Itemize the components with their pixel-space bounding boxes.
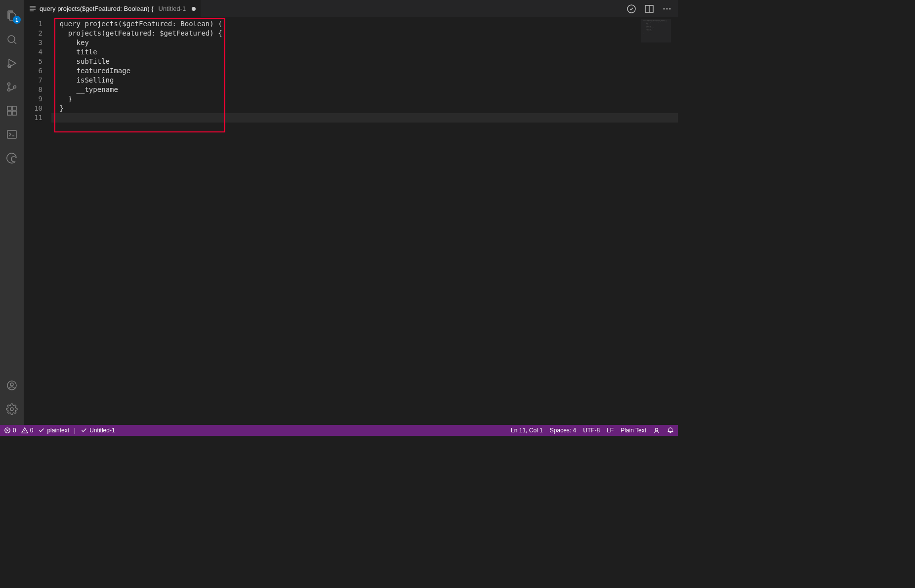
status-right: Ln 11, Col 1 Spaces: 4 UTF-8 LF Plain Te… — [511, 427, 674, 434]
line-number: 9 — [24, 94, 51, 104]
extensions-icon[interactable] — [0, 99, 24, 123]
more-actions-icon[interactable] — [662, 4, 672, 14]
code-line[interactable]: } — [51, 104, 678, 113]
main-area: 1 — [0, 0, 678, 425]
status-feedback-icon[interactable] — [653, 427, 660, 434]
code-line[interactable]: query projects($getFeatured: Boolean) { — [51, 19, 678, 29]
terminal-panel-icon[interactable] — [0, 123, 24, 146]
svg-point-2 — [8, 83, 10, 85]
activity-bar-top: 1 — [0, 4, 24, 170]
run-debug-icon[interactable] — [0, 51, 24, 75]
status-language-mode[interactable]: Plain Text — [621, 427, 646, 434]
editor-body[interactable]: 1234567891011 query projects($getFeature… — [24, 17, 678, 425]
status-check-plaintext-label: plaintext — [47, 427, 69, 434]
run-check-icon[interactable] — [626, 4, 636, 14]
status-check-filename[interactable]: Untitled-1 — [81, 427, 115, 434]
line-number: 7 — [24, 76, 51, 85]
code-line[interactable]: subTitle — [51, 57, 678, 66]
svg-rect-9 — [7, 130, 16, 138]
code-line[interactable]: featuredImage — [51, 66, 678, 76]
line-number: 8 — [24, 85, 51, 94]
code-line[interactable]: projects(getFeatured: $getFeatured) { — [51, 29, 678, 38]
line-number: 10 — [24, 104, 51, 113]
svg-point-19 — [655, 428, 658, 431]
current-line-highlight — [51, 113, 678, 123]
status-cursor-position[interactable]: Ln 11, Col 1 — [511, 427, 543, 434]
line-number: 11 — [24, 113, 51, 123]
svg-point-17 — [669, 8, 671, 9]
status-check-plaintext[interactable]: plaintext — [38, 427, 69, 434]
status-left: 0 0 plaintext | Untitled-1 — [4, 427, 115, 434]
svg-rect-5 — [7, 106, 11, 110]
settings-gear-icon[interactable] — [0, 397, 24, 421]
code-line[interactable]: isSelling — [51, 76, 678, 85]
status-check-filename-label: Untitled-1 — [89, 427, 115, 434]
svg-point-16 — [666, 8, 668, 9]
status-indentation[interactable]: Spaces: 4 — [550, 427, 576, 434]
svg-point-11 — [10, 383, 13, 386]
status-encoding[interactable]: UTF-8 — [583, 427, 600, 434]
explorer-icon[interactable]: 1 — [0, 4, 24, 28]
split-editor-icon[interactable] — [644, 4, 654, 14]
status-indentation-label: Spaces: 4 — [550, 427, 576, 434]
svg-rect-7 — [12, 111, 16, 115]
status-notifications-icon[interactable] — [667, 427, 674, 434]
line-number: 4 — [24, 47, 51, 57]
svg-point-0 — [8, 36, 15, 42]
file-lines-icon — [29, 5, 37, 13]
code-line[interactable]: } — [51, 94, 678, 104]
accounts-icon[interactable] — [0, 374, 24, 397]
svg-point-12 — [10, 408, 13, 411]
search-icon[interactable] — [0, 28, 24, 51]
svg-rect-6 — [7, 111, 11, 115]
code-line[interactable]: key — [51, 38, 678, 47]
source-control-icon[interactable] — [0, 75, 24, 99]
minimap[interactable]: query projects($getFeatured: Boolean) { … — [641, 19, 671, 42]
code-line[interactable]: title — [51, 47, 678, 57]
status-language-mode-label: Plain Text — [621, 427, 646, 434]
line-number: 6 — [24, 66, 51, 76]
code-content[interactable]: query projects($getFeatured: Boolean) { … — [51, 17, 678, 425]
editor-area: query projects($getFeatured: Boolean) { … — [24, 0, 678, 425]
vertical-scrollbar[interactable] — [671, 17, 678, 425]
status-warnings[interactable]: 0 — [21, 427, 34, 434]
status-cursor-position-label: Ln 11, Col 1 — [511, 427, 543, 434]
line-number: 3 — [24, 38, 51, 47]
activity-bar: 1 — [0, 0, 24, 425]
code-line[interactable]: __typename — [51, 85, 678, 94]
editor-tab[interactable]: query projects($getFeatured: Boolean) { … — [24, 0, 201, 17]
status-encoding-label: UTF-8 — [583, 427, 600, 434]
svg-point-3 — [8, 89, 10, 91]
status-errors[interactable]: 0 — [4, 427, 16, 434]
line-number: 5 — [24, 57, 51, 66]
tab-actions — [626, 4, 678, 14]
line-number-gutter: 1234567891011 — [24, 17, 51, 425]
tab-title: query projects($getFeatured: Boolean) { — [40, 5, 154, 12]
explorer-badge: 1 — [13, 16, 21, 24]
tab-filename: Untitled-1 — [159, 5, 186, 12]
status-warnings-count: 0 — [30, 427, 34, 434]
status-eol[interactable]: LF — [607, 427, 614, 434]
dirty-indicator-icon — [192, 7, 196, 11]
svg-point-15 — [664, 8, 665, 9]
line-number: 1 — [24, 19, 51, 29]
status-eol-label: LF — [607, 427, 614, 434]
edge-icon[interactable] — [0, 146, 24, 170]
status-divider: | — [74, 427, 76, 434]
status-errors-count: 0 — [13, 427, 16, 434]
activity-bar-bottom — [0, 374, 24, 421]
svg-rect-8 — [12, 106, 16, 110]
line-number: 2 — [24, 29, 51, 38]
tab-bar: query projects($getFeatured: Boolean) { … — [24, 0, 678, 17]
status-bar: 0 0 plaintext | Untitled-1 Ln 11, Col 1 … — [0, 425, 678, 436]
